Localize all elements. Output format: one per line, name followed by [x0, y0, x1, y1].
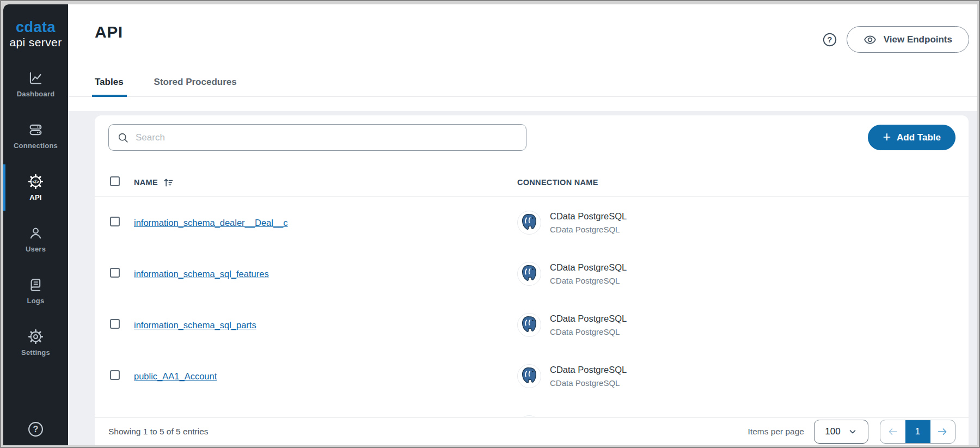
- chevron-down-icon: [848, 427, 857, 437]
- book-icon: [28, 278, 43, 292]
- current-page-indicator[interactable]: 1: [905, 420, 930, 443]
- column-header-connection-name: CONNECTION NAME: [517, 178, 969, 187]
- search-box: [108, 124, 526, 151]
- connection-subtitle: CData PostgreSQL: [550, 327, 627, 336]
- question-mark-icon: [27, 421, 44, 438]
- plus-icon: +: [883, 130, 891, 144]
- sidebar-item-label: Logs: [27, 297, 45, 305]
- table-name-link[interactable]: public_AA1_Account: [134, 371, 217, 381]
- showing-entries-text: Showing 1 to 5 of 5 entries: [108, 427, 209, 437]
- sidebar-help-button[interactable]: [27, 421, 44, 438]
- line-chart-icon: [28, 71, 43, 85]
- sidebar-item-label: Dashboard: [17, 90, 55, 98]
- row-checkbox[interactable]: [110, 370, 120, 380]
- sidebar-item-dashboard[interactable]: Dashboard: [3, 58, 68, 110]
- pagination: 1: [880, 420, 955, 444]
- gear-code-icon: [28, 174, 43, 189]
- help-button[interactable]: [822, 32, 837, 47]
- table-footer: Showing 1 to 5 of 5 entries Items per pa…: [95, 417, 969, 445]
- arrow-right-icon: [936, 426, 948, 438]
- table-header-row: NAME CONNECTION NAME: [95, 168, 969, 197]
- connection-subtitle: CData PostgreSQL: [550, 276, 627, 285]
- postgresql-logo-icon: [517, 262, 541, 286]
- previous-page-button[interactable]: [880, 420, 905, 443]
- postgresql-logo-icon: [517, 364, 541, 388]
- table-row: public_AA1_Account CData PostgreSQL CDat…: [95, 351, 969, 402]
- table-row: information_schema_dealer__Deal__c CData…: [95, 197, 969, 248]
- add-table-button[interactable]: + Add Table: [868, 125, 955, 150]
- arrow-left-icon: [887, 426, 899, 438]
- sidebar-item-settings[interactable]: Settings: [3, 317, 68, 369]
- connection-cell: CData PostgreSQL CData PostgreSQL: [517, 262, 969, 286]
- table-body: information_schema_dealer__Deal__c CData…: [95, 197, 969, 417]
- servers-icon: [28, 122, 43, 137]
- tab-stored-procedures[interactable]: Stored Procedures: [154, 77, 237, 96]
- connection-subtitle: CData PostgreSQL: [550, 225, 627, 234]
- page-header: API View Endpoints Tables Stored Procedu…: [68, 4, 977, 111]
- tables-card: + Add Table NAME CONNECTION NAME: [95, 115, 969, 445]
- items-per-page-select[interactable]: 100: [814, 420, 868, 444]
- gear-icon: [28, 329, 43, 344]
- eye-icon: [863, 33, 877, 46]
- table-name-link[interactable]: information_schema_sql_parts: [134, 320, 256, 330]
- app-frame: cdata api server Dashboard Connections A…: [3, 4, 977, 445]
- logo-api-server-text: api server: [9, 36, 62, 48]
- row-checkbox[interactable]: [110, 217, 120, 226]
- row-checkbox[interactable]: [110, 319, 120, 329]
- next-page-button[interactable]: [930, 420, 955, 443]
- table-name-link[interactable]: information_schema_sql_features: [134, 269, 269, 279]
- logo-cdata-text: cdata: [9, 20, 62, 35]
- cdata-logo: cdata api server: [9, 20, 62, 48]
- table-row: information_schema_sql_parts CData Postg…: [95, 299, 969, 351]
- items-per-page-value: 100: [825, 426, 840, 437]
- main-area: API View Endpoints Tables Stored Procedu…: [68, 4, 977, 445]
- view-endpoints-label: View Endpoints: [884, 34, 952, 45]
- connection-name: CData PostgreSQL: [550, 211, 627, 222]
- question-mark-icon: [822, 32, 837, 47]
- connection-cell: CData PostgreSQL CData PostgreSQL: [517, 211, 969, 235]
- sidebar-item-label: Connections: [14, 142, 58, 150]
- add-table-label: Add Table: [897, 132, 941, 143]
- sidebar-item-api[interactable]: API: [3, 162, 68, 213]
- table-row: information_schema_sql_features CData Po…: [95, 248, 969, 299]
- table-toolbar: + Add Table: [95, 115, 969, 151]
- sidebar-item-users[interactable]: Users: [3, 213, 68, 265]
- connection-cell: CData PostgreSQL CData PostgreSQL: [517, 313, 969, 337]
- user-icon: [28, 226, 43, 241]
- sidebar-item-label: API: [29, 193, 41, 201]
- table-row: CData PostgreSQL CData PostgreSQL: [95, 402, 969, 417]
- page-title: API: [95, 21, 123, 44]
- sidebar-item-label: Users: [26, 245, 46, 253]
- select-all-checkbox[interactable]: [110, 176, 120, 186]
- sort-icon[interactable]: [163, 177, 174, 188]
- connection-name: CData PostgreSQL: [550, 262, 627, 273]
- sidebar-item-logs[interactable]: Logs: [3, 265, 68, 317]
- tab-bar: Tables Stored Procedures: [68, 77, 977, 97]
- table-name-link[interactable]: information_schema_dealer__Deal__c: [134, 218, 288, 228]
- search-input[interactable]: [136, 132, 518, 143]
- column-header-name: NAME: [134, 178, 158, 187]
- content-area: + Add Table NAME CONNECTION NAME: [68, 111, 977, 445]
- view-endpoints-button[interactable]: View Endpoints: [847, 26, 969, 53]
- search-icon: [117, 132, 129, 144]
- connection-name: CData PostgreSQL: [550, 365, 627, 375]
- postgresql-logo-icon: [517, 313, 541, 337]
- sidebar-item-connections[interactable]: Connections: [3, 110, 68, 162]
- connection-subtitle: CData PostgreSQL: [550, 378, 627, 388]
- row-checkbox[interactable]: [110, 268, 120, 278]
- items-per-page-label: Items per page: [748, 427, 804, 437]
- sidebar-nav: Dashboard Connections API Users Logs Set…: [3, 58, 68, 369]
- connection-cell: CData PostgreSQL CData PostgreSQL: [517, 364, 969, 388]
- sidebar-item-label: Settings: [21, 348, 50, 357]
- app-window: cdata api server Dashboard Connections A…: [0, 0, 980, 448]
- sidebar: cdata api server Dashboard Connections A…: [3, 4, 68, 445]
- connection-name: CData PostgreSQL: [550, 314, 627, 324]
- tab-tables[interactable]: Tables: [95, 77, 124, 96]
- postgresql-logo-icon: [517, 211, 541, 235]
